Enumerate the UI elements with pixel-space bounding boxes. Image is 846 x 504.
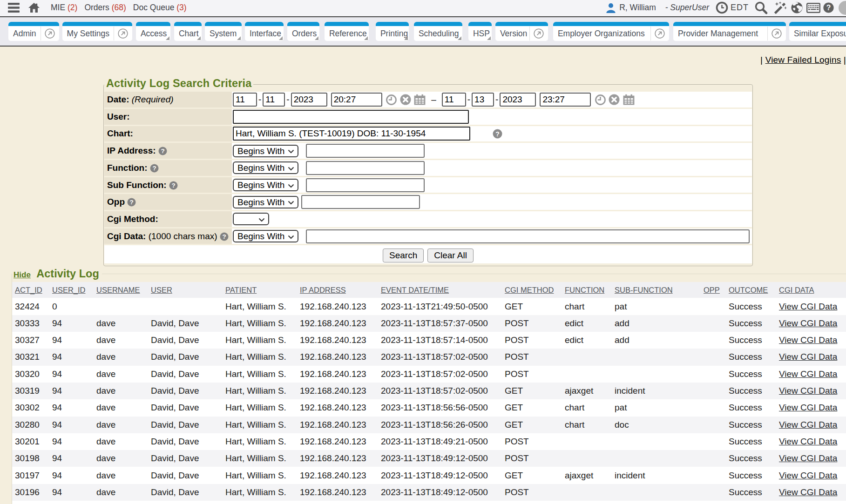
svg-text:?: ? <box>222 233 226 240</box>
svg-text:?: ? <box>171 182 175 189</box>
svg-text:?: ? <box>152 165 156 172</box>
svg-text:?: ? <box>495 130 500 137</box>
svg-text:?: ? <box>161 148 164 155</box>
svg-text:?: ? <box>130 199 134 206</box>
svg-text:?: ? <box>826 4 831 12</box>
